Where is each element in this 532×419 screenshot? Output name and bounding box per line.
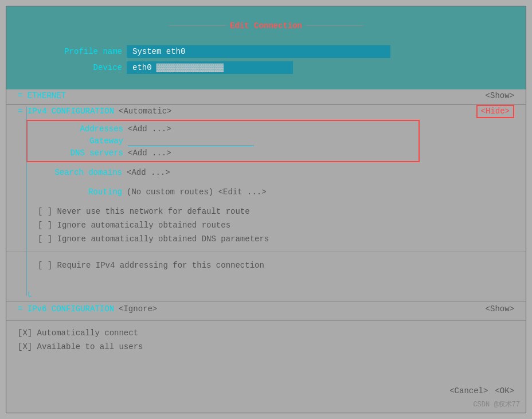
addresses-row: Addresses <Add ...> — [28, 123, 418, 135]
title-bar: ──────────── Edit Connection ───────────… — [6, 21, 526, 30]
addresses-label: Addresses — [28, 124, 128, 134]
routing-row: Routing (No custom routes) <Edit ...> — [26, 187, 267, 197]
ok-button[interactable]: <OK> — [495, 386, 514, 395]
hide-button[interactable]: <Hide> — [476, 105, 514, 118]
search-label: Search domains — [26, 168, 127, 177]
title-text: Edit Connection — [230, 21, 302, 30]
dns-row: DNS servers <Add ...> — [28, 147, 418, 159]
terminal-window: ──────────── Edit Connection ───────────… — [6, 6, 526, 413]
checkbox3-row: [ ] Ignore automatically obtained DNS pa… — [38, 234, 269, 244]
profile-name-row: Profile name System eth0 — [6, 45, 526, 58]
title-dashes-left: ──────────── — [169, 21, 226, 30]
ipv4-bottom-bracket: └ — [26, 292, 31, 301]
ipv4-label: = IPv4 CONFIGURATION — [18, 107, 114, 116]
title-dashes-right: ──────────── — [306, 21, 363, 30]
gateway-row: Gateway — [28, 135, 418, 147]
profile-name-label: Profile name — [6, 47, 127, 56]
ipv4-mode[interactable]: <Automatic> — [119, 107, 171, 116]
checkbox3-text[interactable]: [ ] Ignore automatically obtained DNS pa… — [38, 234, 269, 244]
auto-connect-text[interactable]: [X] Automatically connect — [18, 328, 138, 338]
separator-4 — [6, 320, 526, 321]
ipv4-left-border — [26, 107, 27, 296]
addresses-value[interactable]: <Add ...> — [128, 124, 171, 134]
ipv6-label: = IPv6 CONFIGURATION — [18, 304, 114, 314]
search-domains-row: Search domains <Add ...> — [26, 168, 170, 177]
checkbox4-text[interactable]: [ ] Require IPv4 addressing for this con… — [38, 261, 264, 270]
search-value[interactable]: <Add ...> — [127, 168, 170, 177]
all-users-text[interactable]: [X] Available to all users — [18, 342, 143, 351]
gateway-input[interactable] — [128, 136, 254, 146]
separator-2 — [6, 252, 526, 252]
gateway-label: Gateway — [28, 136, 128, 146]
ipv6-section-row: = IPv6 CONFIGURATION <Ignore> <Show> — [6, 304, 526, 314]
action-buttons: <Cancel> <OK> — [449, 386, 514, 395]
ethernet-show-button[interactable]: <Show> — [486, 91, 514, 100]
device-row: Device eth0 ▓▓▓▓▓▓▓▓▓▓▓▓▓▓ — [6, 61, 526, 74]
checkbox2-row: [ ] Ignore automatically obtained routes — [38, 221, 230, 230]
separator-1 — [6, 104, 526, 105]
ethernet-label: = ETHERNET — [18, 91, 66, 100]
auto-connect-row: [X] Automatically connect — [18, 328, 138, 338]
checkbox2-text[interactable]: [ ] Ignore automatically obtained routes — [38, 221, 230, 230]
checkbox1-row: [ ] Never use this network for default r… — [38, 207, 250, 217]
routing-value[interactable]: (No custom routes) <Edit ...> — [127, 187, 267, 197]
ipv6-mode[interactable]: <Ignore> — [119, 304, 157, 314]
routing-label: Routing — [26, 187, 127, 197]
cancel-button[interactable]: <Cancel> — [449, 386, 488, 395]
device-value[interactable]: eth0 ▓▓▓▓▓▓▓▓▓▓▓▓▓▓ — [127, 61, 293, 74]
all-users-row: [X] Available to all users — [18, 342, 143, 352]
checkbox1-text[interactable]: [ ] Never use this network for default r… — [38, 207, 250, 216]
separator-3 — [6, 301, 526, 302]
ethernet-section-row: = ETHERNET <Show> — [6, 91, 526, 100]
ipv4-section-row: = IPv4 CONFIGURATION <Automatic> <Hide> — [6, 107, 526, 116]
device-label: Device — [6, 63, 127, 72]
checkbox4-row: [ ] Require IPv4 addressing for this con… — [38, 261, 264, 271]
dns-label: DNS servers — [28, 148, 128, 158]
watermark: CSDN @权术77 — [473, 400, 520, 409]
ipv4-fields-box: Addresses <Add ...> Gateway DNS servers … — [26, 120, 420, 162]
dns-value[interactable]: <Add ...> — [128, 148, 171, 158]
ipv6-show-button[interactable]: <Show> — [486, 304, 514, 314]
profile-name-value[interactable]: System eth0 — [127, 45, 390, 58]
